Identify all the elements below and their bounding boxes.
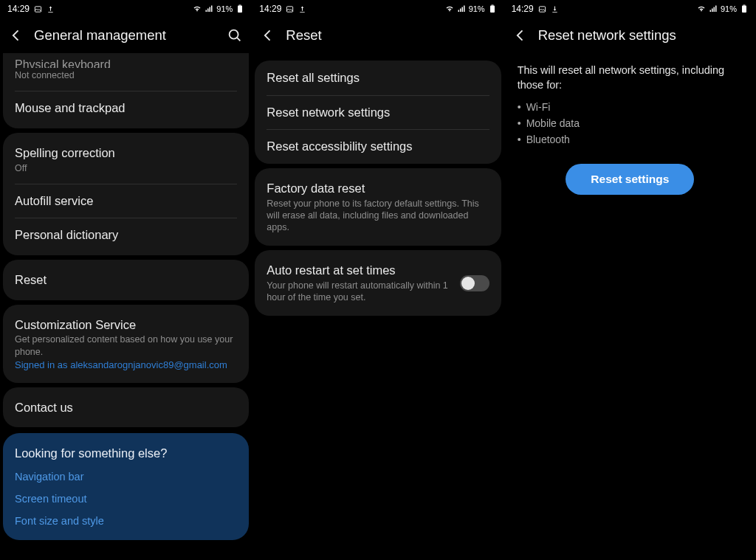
wifi-dual-icon bbox=[193, 4, 202, 13]
row-title: Reset accessibility settings bbox=[267, 139, 489, 154]
row-title: Auto restart at set times bbox=[267, 263, 452, 278]
svg-point-3 bbox=[230, 30, 238, 39]
wifi-dual-icon bbox=[697, 4, 706, 13]
card-text-input: Spelling correction Off Autofill service… bbox=[3, 133, 249, 255]
row-title: Physical keyboard bbox=[15, 59, 237, 68]
lfse-heading: Looking for something else? bbox=[15, 446, 237, 460]
signal-icon bbox=[205, 4, 213, 13]
row-mouse-trackpad[interactable]: Mouse and trackpad bbox=[3, 91, 249, 125]
row-sub: Your phone will restart automatically wi… bbox=[267, 280, 452, 304]
row-title: Mouse and trackpad bbox=[15, 100, 237, 116]
bullet-mobile-data: Mobile data bbox=[526, 116, 743, 132]
card-reset-options: Reset all settings Reset network setting… bbox=[255, 61, 501, 164]
row-sub: Reset your phone to its factory default … bbox=[267, 198, 489, 234]
row-title: Reset bbox=[15, 272, 237, 288]
header: Reset bbox=[252, 18, 504, 53]
row-customization-service[interactable]: Customization Service Get personalized c… bbox=[3, 308, 249, 380]
row-auto-restart[interactable]: Auto restart at set times Your phone wil… bbox=[255, 253, 501, 313]
page-title: Reset network settings bbox=[538, 27, 747, 44]
row-personal-dictionary[interactable]: Personal dictionary bbox=[3, 218, 249, 252]
row-sub: Get personalized content based on how yo… bbox=[15, 333, 237, 358]
row-reset[interactable]: Reset bbox=[3, 263, 249, 297]
header: Reset network settings bbox=[504, 18, 756, 53]
card-customization: Customization Service Get personalized c… bbox=[3, 305, 249, 383]
row-reset-accessibility-settings[interactable]: Reset accessibility settings bbox=[255, 129, 501, 164]
status-time: 14:29 bbox=[512, 4, 534, 14]
download-icon bbox=[551, 5, 559, 13]
status-battery-pct: 91% bbox=[216, 4, 233, 13]
wifi-dual-icon bbox=[445, 4, 454, 13]
screen-general-management: 14:29 91% General management Physical ke… bbox=[0, 0, 252, 560]
status-time: 14:29 bbox=[7, 4, 30, 14]
row-title: Autofill service bbox=[15, 193, 237, 209]
card-reset: Reset bbox=[3, 260, 249, 300]
signal-icon bbox=[457, 4, 466, 13]
svg-rect-5 bbox=[490, 6, 495, 13]
toggle-knob bbox=[461, 277, 475, 290]
intro-text: This will reset all network settings, in… bbox=[504, 53, 756, 95]
row-autofill-service[interactable]: Autofill service bbox=[3, 184, 249, 218]
row-sub: Off bbox=[15, 162, 237, 174]
page-title: Reset bbox=[286, 27, 495, 44]
row-title: Spelling correction bbox=[15, 145, 237, 161]
upload-icon bbox=[298, 5, 306, 13]
battery-icon bbox=[488, 4, 497, 13]
link-font-size-style[interactable]: Font size and style bbox=[15, 515, 237, 527]
battery-icon bbox=[740, 4, 749, 13]
row-title: Customization Service bbox=[15, 317, 237, 333]
link-screen-timeout[interactable]: Screen timeout bbox=[15, 493, 237, 505]
row-title: Reset network settings bbox=[267, 105, 489, 120]
row-title: Reset all settings bbox=[267, 70, 489, 86]
screen-reset: 14:29 91% Reset Reset all settings Re bbox=[252, 0, 504, 560]
card-looking-for-else: Looking for something else? Navigation b… bbox=[3, 433, 249, 540]
row-signed-in: Signed in as aleksandarognjanovic89@gmai… bbox=[15, 359, 237, 370]
image-icon bbox=[538, 5, 546, 13]
card-factory-reset: Factory data reset Reset your phone to i… bbox=[255, 168, 501, 246]
svg-rect-6 bbox=[491, 5, 493, 6]
row-sub: Not connected bbox=[15, 69, 237, 81]
link-navigation-bar[interactable]: Navigation bar bbox=[15, 471, 237, 483]
back-icon[interactable] bbox=[513, 28, 528, 43]
upload-icon bbox=[47, 5, 55, 13]
screen-reset-network: 14:29 91% Reset network settings This wi… bbox=[504, 0, 756, 560]
card-input-devices: Physical keyboard Not connected Mouse an… bbox=[3, 53, 249, 128]
reset-settings-button[interactable]: Reset settings bbox=[566, 164, 694, 195]
row-reset-network-settings[interactable]: Reset network settings bbox=[255, 95, 501, 130]
row-title: Factory data reset bbox=[267, 181, 489, 196]
battery-icon bbox=[236, 4, 244, 13]
auto-restart-toggle[interactable] bbox=[460, 275, 489, 291]
row-contact-us[interactable]: Contact us bbox=[3, 390, 249, 425]
page-title: General management bbox=[34, 27, 216, 44]
signal-icon bbox=[709, 4, 718, 13]
back-icon[interactable] bbox=[261, 28, 275, 43]
status-bar: 14:29 91% bbox=[252, 0, 504, 18]
row-title: Contact us bbox=[15, 400, 237, 415]
row-factory-data-reset[interactable]: Factory data reset Reset your phone to i… bbox=[255, 171, 501, 243]
status-time: 14:29 bbox=[259, 4, 281, 14]
image-icon bbox=[286, 5, 294, 13]
status-bar: 14:29 91% bbox=[504, 0, 756, 18]
status-battery-pct: 91% bbox=[469, 4, 485, 13]
back-icon[interactable] bbox=[9, 28, 24, 43]
row-spelling-correction[interactable]: Spelling correction Off bbox=[3, 136, 249, 184]
status-battery-pct: 91% bbox=[721, 4, 737, 13]
image-icon bbox=[34, 5, 42, 13]
bullet-bluetooth: Bluetooth bbox=[526, 132, 743, 148]
card-contact: Contact us bbox=[3, 387, 249, 428]
svg-rect-8 bbox=[742, 6, 746, 13]
status-bar: 14:29 91% bbox=[0, 0, 252, 18]
svg-rect-2 bbox=[239, 5, 241, 6]
bullet-wifi: Wi-Fi bbox=[526, 100, 743, 116]
svg-rect-9 bbox=[743, 5, 745, 6]
row-reset-all-settings[interactable]: Reset all settings bbox=[255, 61, 501, 95]
row-physical-keyboard[interactable]: Physical keyboard Not connected bbox=[3, 56, 249, 91]
header: General management bbox=[0, 18, 252, 53]
bullet-list: Wi-Fi Mobile data Bluetooth bbox=[504, 95, 756, 148]
card-auto-restart: Auto restart at set times Your phone wil… bbox=[255, 250, 501, 316]
row-title: Personal dictionary bbox=[15, 227, 237, 243]
svg-rect-1 bbox=[238, 6, 242, 13]
search-icon[interactable] bbox=[227, 27, 243, 44]
